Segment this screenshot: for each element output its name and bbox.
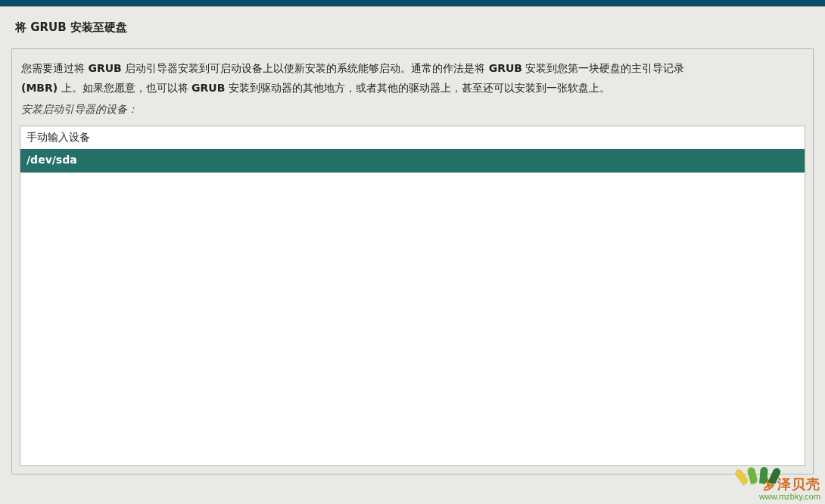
description-text: 您需要通过将 GRUB 启动引导器安装到可启动设备上以使新安装的系统能够启动。通… [20,59,805,98]
text: 安装到驱动器的其他地方，或者其他的驱动器上，甚至还可以安装到一张软盘上。 [225,82,609,94]
text: GRUB [88,62,121,74]
device-option-manual[interactable]: 手动输入设备 [20,126,805,150]
text: 您需要通过将 [21,62,88,74]
watermark-title: 梦泽贝壳 [742,478,820,493]
title-bar-stripe [0,0,825,7]
text: (MBR) [21,82,58,94]
text: 安装到您第一块硬盘的主引导记录 [522,62,684,74]
text: GRUB [191,82,225,94]
device-list[interactable]: 手动输入设备 /dev/sda [20,126,805,466]
text: 启动引导器安装到可启动设备上以使新安装的系统能够启动。通常的作法是将 [122,62,489,74]
main-panel: 您需要通过将 GRUB 启动引导器安装到可启动设备上以使新安装的系统能够启动。通… [11,48,814,474]
page-title: 将 GRUB 安装至硬盘 [0,7,825,48]
text: 上。如果您愿意，也可以将 [58,82,191,94]
device-option-dev-sda[interactable]: /dev/sda [20,149,805,173]
device-prompt-label: 安装启动引导器的设备： [20,103,805,117]
watermark-url: www.mzbky.com [742,492,820,501]
text: GRUB [489,62,522,74]
